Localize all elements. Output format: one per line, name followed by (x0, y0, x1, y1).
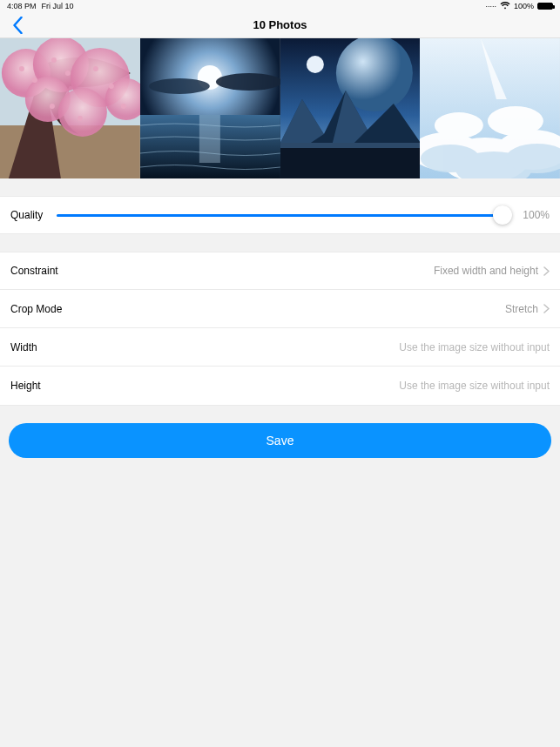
constraint-label: Constraint (10, 265, 58, 277)
clouds-sky-image (420, 38, 560, 178)
svg-rect-26 (280, 143, 421, 178)
cherry-blossom-image (0, 38, 140, 178)
svg-point-33 (435, 112, 483, 138)
svg-point-16 (78, 116, 83, 121)
svg-point-32 (488, 106, 543, 136)
constraint-value: Fixed width and height (434, 265, 538, 277)
slider-thumb[interactable] (493, 205, 512, 225)
status-bar: 4:08 PM Fri Jul 10 ····· 100% (0, 0, 560, 12)
svg-point-10 (51, 57, 57, 63)
svg-point-11 (65, 71, 71, 76)
svg-point-8 (19, 66, 24, 71)
save-button-label: Save (267, 434, 294, 448)
section-spacer (0, 234, 560, 252)
photo-thumb[interactable] (280, 38, 421, 178)
wifi-icon (500, 2, 510, 11)
width-row: Width (0, 328, 560, 367)
height-row: Height (0, 367, 560, 405)
svg-point-12 (93, 66, 98, 71)
status-time: 4:08 PM (7, 2, 37, 10)
svg-point-9 (32, 77, 37, 83)
cropmode-row[interactable]: Crop Mode Stretch (0, 290, 560, 328)
battery-percent: 100% (514, 2, 534, 10)
status-date: Fri Jul 10 (42, 2, 74, 10)
save-section: Save (0, 406, 560, 475)
chevron-right-icon (543, 266, 550, 276)
svg-point-19 (149, 78, 210, 94)
quality-label: Quality (10, 209, 43, 221)
photo-thumbnails (0, 38, 560, 178)
svg-point-14 (121, 104, 126, 109)
section-spacer (0, 178, 560, 196)
chevron-left-icon (12, 17, 24, 34)
constraint-row[interactable]: Constraint Fixed width and height (0, 252, 560, 290)
svg-point-7 (58, 88, 107, 137)
svg-point-13 (109, 84, 114, 89)
photo-thumb[interactable] (140, 38, 280, 178)
chevron-right-icon (543, 304, 550, 313)
width-input[interactable] (323, 341, 550, 353)
svg-point-20 (216, 73, 280, 91)
cropmode-value: Stretch (505, 303, 538, 315)
nav-bar: 10 Photos (0, 12, 560, 38)
status-left: 4:08 PM Fri Jul 10 (7, 2, 74, 10)
height-label: Height (10, 380, 41, 392)
battery-icon (537, 3, 553, 10)
status-right: ····· 100% (485, 2, 553, 11)
svg-point-25 (306, 56, 323, 73)
photo-thumb[interactable] (0, 38, 140, 178)
height-input[interactable] (323, 380, 550, 392)
cellular-dots-icon: ····· (485, 2, 496, 10)
svg-point-15 (50, 104, 55, 109)
slider-fill (57, 214, 504, 217)
quality-value: 100% (518, 209, 550, 221)
back-button[interactable] (9, 17, 26, 34)
svg-rect-27 (280, 143, 421, 148)
moon-ocean-image (140, 38, 280, 178)
page-title: 10 Photos (0, 18, 560, 31)
photo-thumb[interactable] (420, 38, 560, 178)
save-button[interactable]: Save (9, 423, 551, 458)
width-label: Width (10, 341, 37, 353)
planet-mountains-image (280, 38, 421, 178)
quality-slider[interactable] (57, 205, 504, 225)
quality-row: Quality 100% (0, 196, 560, 234)
cropmode-label: Crop Mode (10, 303, 62, 315)
